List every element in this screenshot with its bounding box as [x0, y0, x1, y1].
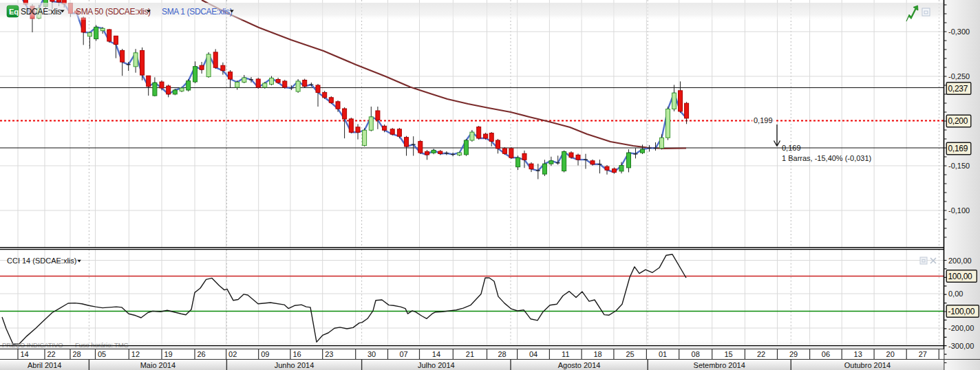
svg-text:Setembro 2014: Setembro 2014 [694, 361, 745, 369]
svg-text:08: 08 [692, 350, 700, 358]
svg-text:14: 14 [21, 350, 29, 358]
svg-text:01: 01 [659, 350, 667, 358]
svg-text:09: 09 [261, 350, 269, 358]
svg-text:26: 26 [198, 350, 206, 358]
svg-text:28: 28 [73, 350, 81, 358]
svg-text:07: 07 [399, 350, 407, 358]
svg-text:20: 20 [886, 350, 895, 358]
svg-text:Maio 2014: Maio 2014 [140, 361, 175, 369]
svg-text:04: 04 [529, 350, 537, 358]
svg-text:-100,00: -100,00 [948, 307, 975, 316]
svg-text:0,200: 0,200 [948, 116, 968, 126]
svg-text:0,169: 0,169 [948, 144, 968, 153]
svg-text:22: 22 [47, 350, 56, 358]
svg-text:200,00: 200,00 [948, 257, 972, 265]
svg-text:13: 13 [854, 350, 862, 358]
svg-text:-0,300: -0,300 [948, 28, 970, 36]
svg-text:25: 25 [626, 350, 634, 358]
svg-text:12: 12 [131, 350, 140, 358]
svg-text:CCI 14 (SDCAE:xlis): CCI 14 (SDCAE:xlis) [7, 257, 76, 265]
svg-text:27: 27 [919, 350, 927, 358]
svg-text:11: 11 [562, 350, 569, 358]
svg-text:SDCAE:xlis: SDCAE:xlis [21, 7, 61, 17]
svg-text:15: 15 [724, 350, 732, 358]
svg-text:19: 19 [164, 350, 173, 358]
svg-text:0,237: 0,237 [948, 84, 968, 94]
svg-text:1 Barras, -15,40% (-0,031): 1 Barras, -15,40% (-0,031) [782, 154, 871, 162]
svg-text:14: 14 [432, 350, 440, 358]
svg-text:16: 16 [292, 350, 301, 358]
svg-text:-0,100: -0,100 [948, 206, 970, 215]
svg-text:05: 05 [98, 350, 106, 358]
svg-text:Abril 2014: Abril 2014 [28, 361, 62, 369]
svg-text:Julho 2014: Julho 2014 [418, 361, 455, 369]
svg-text:30: 30 [368, 350, 376, 358]
svg-text:Junho 2014: Junho 2014 [275, 361, 315, 369]
svg-text:06: 06 [822, 350, 830, 358]
svg-text:SMA 50 (SDCAE:xlis): SMA 50 (SDCAE:xlis) [76, 7, 151, 17]
svg-text:23: 23 [325, 350, 333, 358]
svg-text:Agosto 2014: Agosto 2014 [558, 361, 601, 369]
svg-text:21: 21 [466, 350, 474, 358]
svg-text:SMA 1 (SDCAE:xlis): SMA 1 (SDCAE:xlis) [162, 7, 233, 17]
svg-text:29: 29 [789, 350, 798, 358]
svg-text:-200,00: -200,00 [948, 324, 974, 332]
svg-text:Eq: Eq [9, 8, 19, 16]
svg-text:18: 18 [593, 350, 601, 358]
svg-text:Outubro 2014: Outubro 2014 [844, 361, 891, 369]
svg-text:0,169: 0,169 [782, 144, 801, 152]
svg-text:28: 28 [498, 350, 506, 358]
svg-text:0,199: 0,199 [754, 116, 773, 124]
svg-text:0,00: 0,00 [948, 290, 963, 298]
svg-text:-0,250: -0,250 [948, 72, 970, 80]
svg-text:-300,00: -300,00 [948, 342, 974, 350]
svg-text:100,00: 100,00 [948, 272, 973, 281]
svg-text:22: 22 [757, 350, 765, 358]
svg-text:-0,150: -0,150 [948, 162, 970, 170]
svg-text:02: 02 [228, 350, 237, 358]
